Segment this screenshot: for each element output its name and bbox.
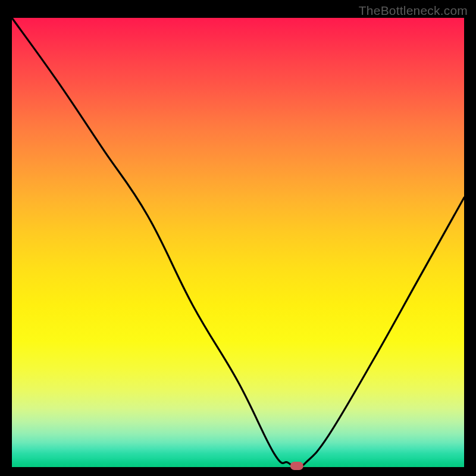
watermark-text: TheBottleneck.com	[359, 4, 468, 18]
chart-stage: TheBottleneck.com	[0, 0, 476, 476]
minimum-marker	[290, 462, 303, 470]
curve-overlay	[12, 18, 464, 467]
plot-area	[12, 18, 464, 467]
bottleneck-curve	[12, 18, 464, 467]
